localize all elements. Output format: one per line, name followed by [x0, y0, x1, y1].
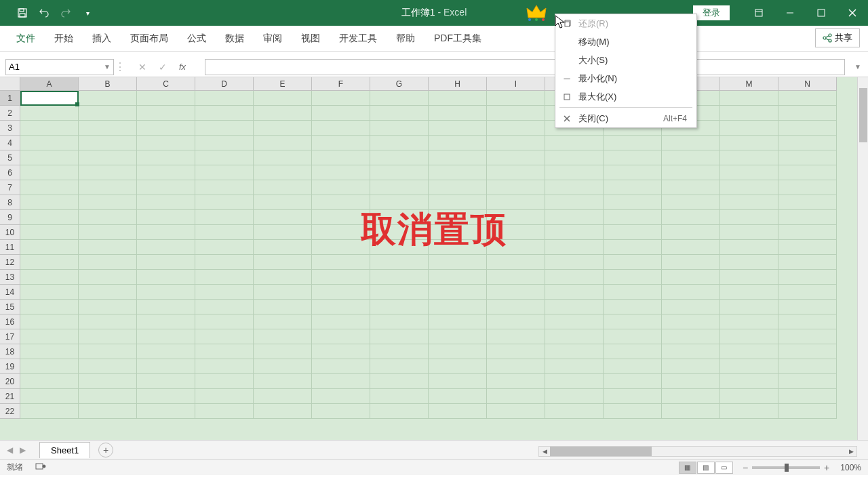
column-header[interactable]: M — [720, 77, 778, 91]
row-header[interactable]: 12 — [0, 255, 20, 270]
ctx-size[interactable]: 大小(S) — [555, 51, 696, 69]
view-normal[interactable]: ▦ — [679, 462, 696, 474]
ribbon-display-button[interactable] — [743, 0, 774, 26]
hscroll-left[interactable]: ◀ — [539, 447, 550, 456]
row-header[interactable]: 4 — [0, 136, 20, 150]
ribbon-tab-1[interactable]: 开始 — [45, 26, 83, 51]
ctx-close[interactable]: 关闭(C) Alt+F4 — [555, 109, 696, 127]
row-header[interactable]: 22 — [0, 404, 20, 419]
row-header[interactable]: 9 — [0, 210, 20, 225]
ribbon-tab-6[interactable]: 审阅 — [254, 26, 292, 51]
fx-button[interactable]: fx — [179, 62, 186, 73]
enter-formula-button[interactable]: ✓ — [159, 62, 167, 73]
row-header[interactable]: 5 — [0, 150, 20, 165]
ribbon-tab-10[interactable]: PDF工具集 — [425, 26, 491, 51]
zoom-out[interactable]: − — [743, 462, 748, 473]
maximize-button[interactable] — [806, 0, 837, 26]
column-header[interactable]: H — [429, 77, 487, 91]
sheet-nav-next[interactable]: ▶ — [20, 445, 26, 455]
zoom-level[interactable]: 100% — [840, 463, 861, 472]
ctx-maximize-label: 最大化(X) — [578, 91, 696, 103]
row-header[interactable]: 10 — [0, 225, 20, 240]
redo-button[interactable] — [56, 3, 76, 23]
save-button[interactable] — [12, 3, 33, 23]
zoom-slider-thumb[interactable] — [785, 464, 789, 472]
qat-customize-button[interactable]: ▾ — [77, 3, 98, 23]
fill-handle[interactable] — [75, 102, 79, 106]
formula-input[interactable] — [205, 59, 845, 75]
ribbon-tab-9[interactable]: 帮助 — [387, 26, 425, 51]
vertical-scrollbar[interactable] — [857, 77, 868, 440]
name-box[interactable]: A1 ▼ — [5, 59, 114, 75]
column-header[interactable]: A — [20, 77, 79, 91]
hscroll-thumb[interactable] — [550, 447, 652, 456]
zoom-slider[interactable] — [752, 466, 820, 469]
view-page-layout[interactable]: ▤ — [697, 462, 715, 474]
ribbon-tab-0[interactable]: 文件 — [7, 26, 45, 51]
crown-icon[interactable] — [526, 3, 547, 24]
ctx-minimize-label: 最小化(N) — [578, 73, 696, 85]
ctx-maximize[interactable]: 最大化(X) — [555, 87, 696, 106]
row-header[interactable]: 7 — [0, 180, 20, 195]
close-icon — [555, 115, 578, 122]
column-header[interactable]: G — [370, 77, 429, 91]
column-header[interactable]: I — [487, 77, 545, 91]
ribbon-tab-8[interactable]: 开发工具 — [330, 26, 387, 51]
add-sheet-button[interactable]: + — [98, 443, 113, 458]
horizontal-scrollbar[interactable]: ◀ ▶ — [538, 446, 857, 457]
name-box-dropdown[interactable]: ▼ — [104, 63, 111, 70]
row-header[interactable]: 18 — [0, 344, 20, 359]
app-name: Excel — [443, 7, 467, 18]
row-header[interactable]: 2 — [0, 106, 20, 121]
ribbon-tab-5[interactable]: 数据 — [216, 26, 254, 51]
vertical-scrollbar-thumb[interactable] — [859, 88, 867, 142]
macro-recorder-icon[interactable] — [35, 462, 46, 473]
row-header[interactable]: 20 — [0, 374, 20, 389]
close-button[interactable] — [837, 0, 868, 26]
ctx-minimize[interactable]: ─ 最小化(N) — [555, 69, 696, 87]
row-header[interactable]: 3 — [0, 121, 20, 136]
row-header[interactable]: 17 — [0, 329, 20, 344]
row-header[interactable]: 11 — [0, 240, 20, 255]
row-header[interactable]: 15 — [0, 300, 20, 314]
column-header[interactable]: E — [254, 77, 312, 91]
formula-bar-expand[interactable]: ▼ — [852, 63, 864, 70]
column-header[interactable]: B — [79, 77, 137, 91]
login-button[interactable]: 登录 — [693, 5, 730, 20]
minimize-button[interactable] — [774, 0, 806, 26]
row-header[interactable]: 16 — [0, 314, 20, 329]
ribbon-tab-7[interactable]: 视图 — [292, 26, 330, 51]
window-controls: 登录 — [693, 0, 868, 26]
ctx-restore-label: 还原(R) — [578, 18, 696, 30]
cancel-formula-button[interactable]: ✕ — [138, 62, 146, 73]
row-header[interactable]: 14 — [0, 285, 20, 300]
formula-bar-separator: ⋮ — [114, 60, 126, 73]
sheet-tab[interactable]: Sheet1 — [39, 442, 90, 458]
selected-cell[interactable] — [20, 91, 79, 106]
undo-button[interactable] — [34, 3, 54, 23]
row-header[interactable]: 1 — [0, 91, 20, 106]
row-header[interactable]: 13 — [0, 270, 20, 285]
ribbon-tab-2[interactable]: 插入 — [83, 26, 121, 51]
ribbon-tab-3[interactable]: 页面布局 — [121, 26, 178, 51]
column-header[interactable]: F — [312, 77, 370, 91]
ctx-move[interactable]: 移动(M) — [555, 33, 696, 51]
row-header[interactable]: 21 — [0, 389, 20, 404]
ribbon-tab-4[interactable]: 公式 — [178, 26, 216, 51]
cells-area[interactable] — [20, 91, 837, 419]
view-page-break[interactable]: ▭ — [715, 462, 733, 474]
quick-access-toolbar: ▾ — [0, 3, 98, 23]
title-sep: - — [435, 7, 443, 18]
sheet-nav-prev[interactable]: ◀ — [7, 445, 13, 455]
column-header[interactable]: C — [137, 77, 195, 91]
zoom-in[interactable]: + — [824, 462, 829, 473]
share-button[interactable]: 共享 — [815, 28, 860, 47]
row-header[interactable]: 6 — [0, 165, 20, 180]
select-all-corner[interactable] — [0, 77, 20, 91]
row-header[interactable]: 19 — [0, 359, 20, 374]
column-header[interactable]: N — [778, 77, 837, 91]
column-header[interactable]: D — [195, 77, 254, 91]
row-header[interactable]: 8 — [0, 195, 20, 210]
status-bar: 就绪 ▦ ▤ ▭ − + 100% — [0, 459, 868, 475]
hscroll-right[interactable]: ▶ — [846, 447, 856, 456]
